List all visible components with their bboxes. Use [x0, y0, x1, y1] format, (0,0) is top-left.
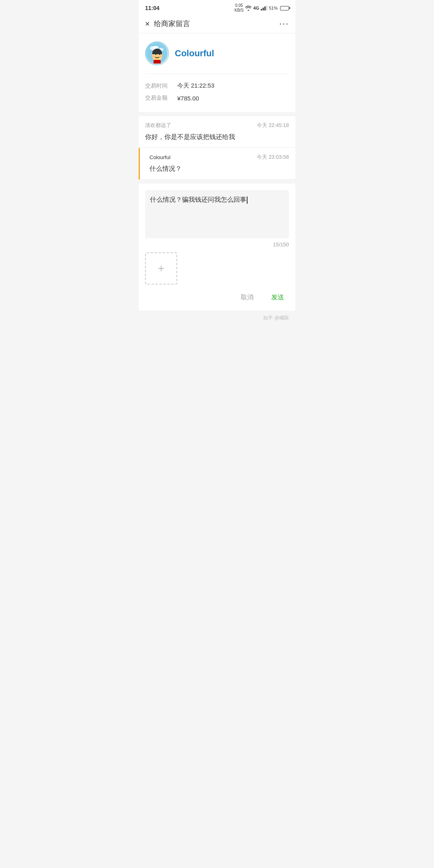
svg-rect-0 — [261, 9, 262, 10]
customer-message-content: 你好，你是不是应该把钱还给我 — [145, 132, 289, 142]
action-buttons: 取消 发送 — [145, 291, 289, 304]
signal-icon — [261, 6, 267, 10]
transaction-time-row: 交易时间 今天 21:22:53 — [145, 80, 289, 92]
network-speed: 0.05KB/S — [234, 3, 244, 13]
send-button[interactable]: 发送 — [266, 291, 289, 304]
battery-icon — [280, 6, 289, 10]
amount-value: ¥785.00 — [177, 95, 199, 102]
time-value: 今天 21:22:53 — [177, 82, 215, 90]
text-cursor — [247, 197, 248, 204]
merchant-info: Colourful — [145, 41, 289, 66]
status-right: 0.05KB/S 4G 51% — [234, 3, 289, 13]
svg-rect-1 — [262, 8, 264, 10]
merchant-section: Colourful 交易时间 今天 21:22:53 交易金额 ¥785.00 — [139, 33, 295, 112]
image-upload-button[interactable]: + — [145, 252, 177, 285]
merchant-reply-message: Colourful 今天 23:03:58 什么情况？ — [139, 148, 295, 180]
nav-bar: × 给商家留言 ··· — [139, 14, 295, 33]
svg-point-15 — [160, 55, 162, 57]
merchant-reply-header: Colourful 今天 23:03:58 — [149, 154, 289, 161]
more-options-button[interactable]: ··· — [279, 18, 289, 29]
image-upload-area: + — [145, 252, 289, 285]
amount-label: 交易金额 — [145, 94, 177, 102]
avatar — [145, 41, 169, 66]
customer-message-header: 清欢都远了 今天 22:45:18 — [145, 122, 289, 129]
messages-section: 清欢都远了 今天 22:45:18 你好，你是不是应该把钱还给我 Colourf… — [139, 116, 295, 180]
close-button[interactable]: × — [145, 20, 150, 28]
status-bar: 11:04 0.05KB/S 4G 51% — [139, 0, 295, 14]
merchant-reply-time: 今天 23:03:58 — [257, 154, 289, 161]
avatar-image — [147, 43, 167, 63]
customer-message: 清欢都远了 今天 22:45:18 你好，你是不是应该把钱还给我 — [139, 116, 295, 148]
page-title: 给商家留言 — [154, 19, 190, 29]
time-label: 交易时间 — [145, 82, 177, 90]
svg-point-14 — [152, 55, 155, 57]
customer-sender: 清欢都远了 — [145, 122, 171, 129]
transaction-amount-row: 交易金额 ¥785.00 — [145, 92, 289, 104]
signal-label: 4G — [253, 6, 259, 10]
wifi-icon — [245, 5, 252, 11]
svg-point-6 — [153, 46, 159, 49]
transaction-details: 交易时间 今天 21:22:53 交易金额 ¥785.00 — [145, 74, 289, 104]
svg-point-13 — [157, 55, 158, 56]
merchant-reply-content: 什么情况？ — [149, 164, 289, 174]
watermark: 知乎 @橘陈 — [139, 311, 295, 328]
reply-section: 什么情况？骗我钱还问我怎么回事 15/150 + 取消 发送 — [139, 184, 295, 311]
merchant-name: Colourful — [175, 48, 214, 59]
svg-rect-2 — [264, 6, 266, 10]
plus-icon: + — [158, 263, 164, 274]
svg-rect-3 — [266, 6, 267, 10]
status-time: 11:04 — [145, 5, 160, 11]
char-count: 15/150 — [145, 242, 289, 248]
battery-percent: 51% — [269, 6, 278, 10]
merchant-sender: Colourful — [149, 154, 170, 160]
reply-textarea-wrapper[interactable]: 什么情况？骗我钱还问我怎么回事 — [145, 190, 289, 238]
customer-message-time: 今天 22:45:18 — [257, 122, 289, 129]
cancel-button[interactable]: 取消 — [236, 291, 258, 304]
reply-textarea-text: 什么情况？骗我钱还问我怎么回事 — [150, 196, 246, 203]
nav-left: × 给商家留言 — [145, 19, 190, 29]
main-content: Colourful 交易时间 今天 21:22:53 交易金额 ¥785.00 … — [139, 33, 295, 328]
svg-rect-16 — [154, 60, 161, 63]
